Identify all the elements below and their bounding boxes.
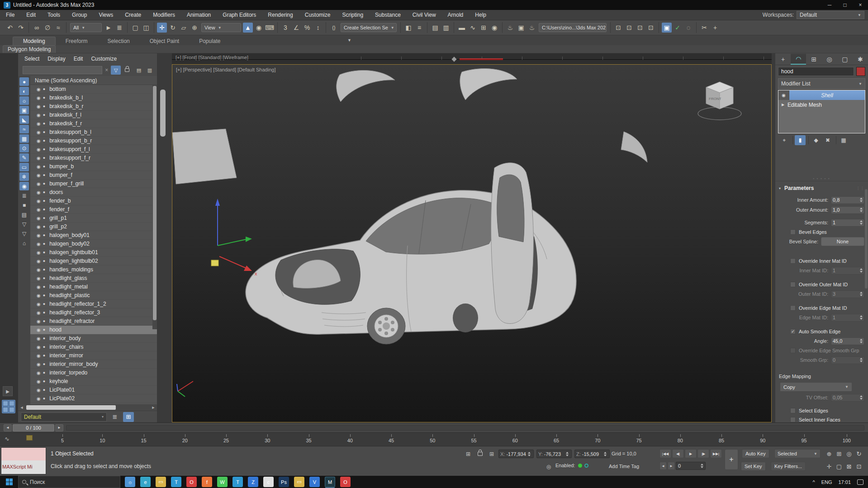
max-icon[interactable]: M <box>325 477 335 487</box>
eye-icon[interactable]: ◉ <box>37 327 41 332</box>
fov-icon[interactable]: ◎ <box>844 449 854 458</box>
scene-object-row[interactable]: ◉ ● brakesupport_f_l <box>30 145 157 154</box>
restore-button[interactable]: □ <box>837 0 853 10</box>
eye-icon[interactable]: ◉ <box>37 113 41 118</box>
auto-smooth-edge-checkbox[interactable]: ✓Auto Smooth Edge <box>779 327 864 336</box>
modify-tab[interactable]: ◠ <box>791 54 806 65</box>
angle-spinner[interactable]: 45,0 <box>831 337 864 345</box>
hierarchy-tab[interactable]: ⊞ <box>806 54 821 65</box>
ribbon-tab[interactable]: Object Paint <box>140 37 189 45</box>
notifications-icon[interactable] <box>857 479 863 485</box>
eye-icon[interactable]: ◉ <box>37 259 41 264</box>
select-object-icon[interactable]: ► <box>104 23 114 33</box>
scene-object-row[interactable]: ◉ ● interior_chairs <box>30 343 157 351</box>
maximize-viewport-icon[interactable]: ⊡ <box>854 462 864 471</box>
menu-item[interactable]: Scripting <box>336 12 369 18</box>
menu-item[interactable]: Substance <box>369 12 407 18</box>
project-folder-dropdown[interactable]: C:\Users\zino...\3ds Max 202▼ <box>539 23 607 32</box>
current-frame-field[interactable]: 0 <box>676 462 706 470</box>
scene-object-row[interactable]: ◉ ● interior_mirror <box>30 351 157 360</box>
keyboard-shortcut-override-icon[interactable]: ⌨ <box>265 23 275 33</box>
prev-frame-icon[interactable]: ◄ <box>4 424 12 431</box>
override-edge-matid-checkbox[interactable]: Override Edge Mat ID <box>779 303 864 313</box>
zoom-icon[interactable]: ⊕ <box>824 449 834 458</box>
scene-object-row[interactable]: ◉ ● interior_body <box>30 334 157 343</box>
z-coordinate-field[interactable]: Z:-15,509 <box>574 450 610 458</box>
material-editor-icon[interactable]: ◉ <box>489 23 499 33</box>
menu-item[interactable]: Group <box>66 12 93 18</box>
go-to-start-button[interactable]: |◀◀ <box>659 449 671 458</box>
render-toggle-icon[interactable]: ● <box>43 310 45 315</box>
list-column-header[interactable]: Name (Sorted Ascending) <box>30 76 157 85</box>
dolly-icon[interactable]: ▢ <box>834 462 844 471</box>
scene-object-row[interactable]: ◉ ● bottom <box>30 85 157 94</box>
scene-object-row[interactable]: ◉ ● headlight_reflector_1_2 <box>30 300 157 308</box>
motion-tab[interactable]: ◎ <box>822 54 837 65</box>
telegram2-icon[interactable]: T <box>232 477 243 487</box>
named-selection-sets-icon[interactable]: {} <box>329 23 339 33</box>
x-coordinate-field[interactable]: X:-177,934 <box>498 450 534 458</box>
expand-dock-button[interactable]: ▶ <box>3 386 13 396</box>
list-horizontal-scrollbar[interactable]: ◄ ► <box>18 404 157 411</box>
eye-icon[interactable]: ◉ <box>37 345 41 350</box>
render-toggle-icon[interactable]: ● <box>43 396 45 401</box>
eye-icon[interactable]: ◉ <box>37 267 41 272</box>
time-slider-handle[interactable]: 0 / 100 <box>13 424 54 431</box>
display-filter-icon[interactable]: ▦ <box>19 134 29 143</box>
scene-object-row[interactable]: ◉ ● brakesupport_f_r <box>30 154 157 162</box>
object-name-field[interactable]: hood <box>778 67 854 76</box>
previous-frame-button[interactable]: ◀| <box>672 449 684 458</box>
selection-filter-dropdown[interactable]: All▼ <box>70 23 102 32</box>
eye-icon[interactable]: ◉ <box>37 156 41 161</box>
utilities-tab[interactable]: ✱ <box>853 54 868 65</box>
select-by-name-icon[interactable]: ≣ <box>114 23 124 33</box>
display-filter-icon[interactable]: ◐ <box>19 87 29 95</box>
polygon-modeling-tab[interactable]: Polygon Modeling <box>3 45 56 53</box>
render-toggle-icon[interactable]: ● <box>43 302 45 306</box>
menu-item[interactable]: Help <box>469 12 492 18</box>
absolute-offset-toggle-icon[interactable]: ⊞ <box>464 450 472 458</box>
eye-icon[interactable]: ◉ <box>37 130 41 135</box>
go-to-end-button[interactable]: ▶▶| <box>710 449 722 458</box>
scene-object-row[interactable]: ◉ ● interior_torpedo <box>30 369 157 377</box>
render-toggle-icon[interactable]: ● <box>43 173 45 177</box>
pick-parent-icon[interactable]: ▤ <box>134 65 144 75</box>
add-time-tag[interactable]: Add Time Tag <box>609 464 639 469</box>
transform-gizmo-icon[interactable]: ⊞ <box>488 450 496 458</box>
scene-object-row[interactable]: ◉ ● brakedisk_f_r <box>30 119 157 128</box>
frame-caret[interactable] <box>26 435 33 441</box>
select-and-move-icon[interactable]: ✛ <box>157 23 167 33</box>
scene-object-row[interactable]: ◉ ● fender_b <box>30 197 157 205</box>
display-filter-icon[interactable]: ≣ <box>19 191 29 200</box>
scene-object-row[interactable]: ◉ ● handles_moldings <box>30 265 157 274</box>
eye-icon[interactable]: ◉ <box>37 199 41 204</box>
expand-icon[interactable]: ▶ <box>778 103 787 107</box>
mini-curve-editor-icon[interactable]: ∿ <box>5 436 9 442</box>
override-inner-matid-checkbox[interactable]: Override Inner Mat ID <box>779 256 864 265</box>
time-slider-track[interactable] <box>66 425 864 431</box>
render-toggle-icon[interactable]: ● <box>43 87 45 91</box>
render-toggle-icon[interactable]: ● <box>43 224 45 229</box>
schematic-view-icon[interactable]: ⊞ <box>479 23 489 33</box>
eye-icon[interactable]: ◉ <box>37 284 41 289</box>
render-toggle-icon[interactable]: ● <box>43 327 45 332</box>
hidden-icons-chevron[interactable]: ^ <box>812 479 815 485</box>
render-toggle-icon[interactable]: ● <box>43 138 45 143</box>
outer-amount-spinner[interactable]: 1,0 <box>831 206 864 214</box>
menu-item[interactable]: Edit <box>20 12 42 18</box>
scene-object-row[interactable]: ◉ ● grill_p1 <box>30 214 157 223</box>
sync-selection-icon[interactable]: ▥ <box>145 65 155 75</box>
viewport-label[interactable]: [+] [Perspective] [Standard] [Default Sh… <box>176 67 275 72</box>
display-filter-icon[interactable]: ● <box>19 77 29 86</box>
display-filter-icon[interactable]: ≈ <box>19 125 29 133</box>
render-toggle-icon[interactable]: ● <box>43 267 45 272</box>
scene-object-row[interactable]: ◉ ● halogen_lightbulb02 <box>30 257 157 265</box>
eye-icon[interactable]: ◉ <box>37 87 41 92</box>
selection-set-dropdown[interactable]: Selected▼ <box>774 449 821 458</box>
ribbon-tab[interactable]: Modeling <box>13 37 56 45</box>
eye-icon[interactable]: ◉ <box>37 302 41 307</box>
explorer-menu-item[interactable]: Edit <box>74 56 83 62</box>
align-icon[interactable]: ≡ <box>414 23 424 33</box>
render-toggle-icon[interactable]: ● <box>43 130 45 134</box>
eye-icon[interactable]: ◉ <box>37 396 41 401</box>
